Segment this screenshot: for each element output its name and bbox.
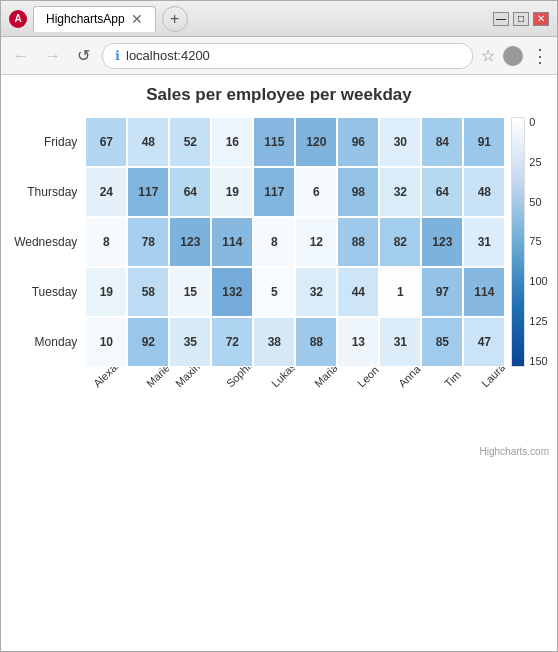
scale-label: 25 xyxy=(529,157,547,168)
heatmap-cell: 123 xyxy=(421,217,463,267)
heatmap-cell: 64 xyxy=(169,167,211,217)
heatmap-cell: 31 xyxy=(463,217,505,267)
heatmap-cell: 31 xyxy=(379,317,421,367)
row-label-tuesday: Tuesday xyxy=(10,267,85,317)
heatmap-cell: 97 xyxy=(421,267,463,317)
window-controls: — □ ✕ xyxy=(493,12,549,26)
heatmap-cell: 114 xyxy=(463,267,505,317)
heatmap-cell: 117 xyxy=(253,167,295,217)
col-label-alexander: Alexander xyxy=(85,367,127,442)
security-icon: ℹ xyxy=(115,48,120,63)
forward-button[interactable]: → xyxy=(41,45,65,67)
scale-label: 0 xyxy=(529,117,547,128)
tab-title: HighchartsApp xyxy=(46,12,125,26)
heatmap-cell: 88 xyxy=(337,217,379,267)
scale-label: 100 xyxy=(529,276,547,287)
highcharts-credit: Highcharts.com xyxy=(480,446,549,457)
row-label-thursday: Thursday xyxy=(10,167,85,217)
url-field[interactable]: ℹ localhost:4200 xyxy=(102,43,473,69)
angular-icon: A xyxy=(9,10,27,28)
heatmap-cell: 13 xyxy=(337,317,379,367)
color-bar xyxy=(511,117,525,367)
heatmap-cell: 85 xyxy=(421,317,463,367)
scale-label: 75 xyxy=(529,236,547,247)
heatmap-cell: 120 xyxy=(295,117,337,167)
col-label-text: Tim xyxy=(442,368,463,389)
chart-area: Friday6748521611512096308491Thursday2411… xyxy=(10,117,547,442)
heatmap-cell: 115 xyxy=(253,117,295,167)
scale-label: 50 xyxy=(529,197,547,208)
col-label-text: Leon xyxy=(355,367,379,389)
heatmap-cell: 15 xyxy=(169,267,211,317)
heatmap-container: Friday6748521611512096308491Thursday2411… xyxy=(10,117,505,442)
heatmap-cell: 78 xyxy=(127,217,169,267)
col-label-text: Maximilian xyxy=(173,367,211,389)
page-content: Sales per employee per weekday Friday674… xyxy=(1,75,557,651)
col-label-text: Marie xyxy=(144,367,170,389)
col-label-text: Lukas xyxy=(269,367,296,389)
col-label-tim: Tim xyxy=(421,367,463,442)
column-labels-row: AlexanderMarieMaximilianSophiaLukasMaria… xyxy=(85,367,505,442)
heatmap-cell: 5 xyxy=(253,267,295,317)
scale-label: 125 xyxy=(529,316,547,327)
maximize-button[interactable]: □ xyxy=(513,12,529,26)
heatmap-cell: 1 xyxy=(379,267,421,317)
heatmap-cell: 52 xyxy=(169,117,211,167)
heatmap-cell: 123 xyxy=(169,217,211,267)
minimize-button[interactable]: — xyxy=(493,12,509,26)
col-label-marie: Marie xyxy=(127,367,169,442)
color-scale: 0255075100125150 xyxy=(511,117,547,367)
heatmap-cell: 16 xyxy=(211,117,253,167)
heatmap-cell: 132 xyxy=(211,267,253,317)
heatmap-cell: 6 xyxy=(295,167,337,217)
heatmap-cell: 48 xyxy=(463,167,505,217)
heatmap-cell: 48 xyxy=(127,117,169,167)
menu-icon[interactable]: ⋮ xyxy=(531,45,549,67)
heatmap-cell: 19 xyxy=(211,167,253,217)
scale-label: 150 xyxy=(529,356,547,367)
heatmap-cell: 82 xyxy=(379,217,421,267)
col-label-maximilian: Maximilian xyxy=(169,367,211,442)
heatmap-cell: 96 xyxy=(337,117,379,167)
col-label-lukas: Lukas xyxy=(253,367,295,442)
row-label-friday: Friday xyxy=(10,117,85,167)
col-label-maria: Maria xyxy=(295,367,337,442)
address-bar: ← → ↺ ℹ localhost:4200 ☆ ⋮ xyxy=(1,37,557,75)
col-label-text: Maria xyxy=(312,367,338,389)
heatmap-cell: 91 xyxy=(463,117,505,167)
heatmap-grid: Friday6748521611512096308491Thursday2411… xyxy=(10,117,505,367)
heatmap-cell: 32 xyxy=(379,167,421,217)
heatmap-cell: 72 xyxy=(211,317,253,367)
heatmap-cell: 47 xyxy=(463,317,505,367)
heatmap-cell: 12 xyxy=(295,217,337,267)
reload-button[interactable]: ↺ xyxy=(73,44,94,67)
bookmark-icon[interactable]: ☆ xyxy=(481,46,495,65)
close-button[interactable]: ✕ xyxy=(533,12,549,26)
back-button[interactable]: ← xyxy=(9,45,33,67)
row-label-wednesday: Wednesday xyxy=(10,217,85,267)
heatmap-cell: 35 xyxy=(169,317,211,367)
col-label-sophia: Sophia xyxy=(211,367,253,442)
heatmap-cell: 10 xyxy=(85,317,127,367)
heatmap-cell: 32 xyxy=(295,267,337,317)
col-label-text: Alexander xyxy=(91,367,128,389)
browser-tab[interactable]: HighchartsApp ✕ xyxy=(33,6,156,32)
chart-title: Sales per employee per weekday xyxy=(146,85,412,105)
heatmap-cell: 98 xyxy=(337,167,379,217)
url-text: localhost:4200 xyxy=(126,48,210,63)
heatmap-cell: 117 xyxy=(127,167,169,217)
heatmap-cell: 44 xyxy=(337,267,379,317)
col-label-laura: Laura xyxy=(463,367,505,442)
heatmap-cell: 67 xyxy=(85,117,127,167)
col-label-leon: Leon xyxy=(337,367,379,442)
row-label-monday: Monday xyxy=(10,317,85,367)
heatmap-cell: 92 xyxy=(127,317,169,367)
scale-labels: 0255075100125150 xyxy=(529,117,547,367)
col-label-text: Anna xyxy=(396,367,421,389)
heatmap-cell: 19 xyxy=(85,267,127,317)
profile-icon[interactable] xyxy=(503,46,523,66)
heatmap-cell: 8 xyxy=(253,217,295,267)
new-tab-button[interactable]: + xyxy=(162,6,188,32)
col-label-text: Sophia xyxy=(224,367,253,389)
tab-close-button[interactable]: ✕ xyxy=(131,11,143,27)
